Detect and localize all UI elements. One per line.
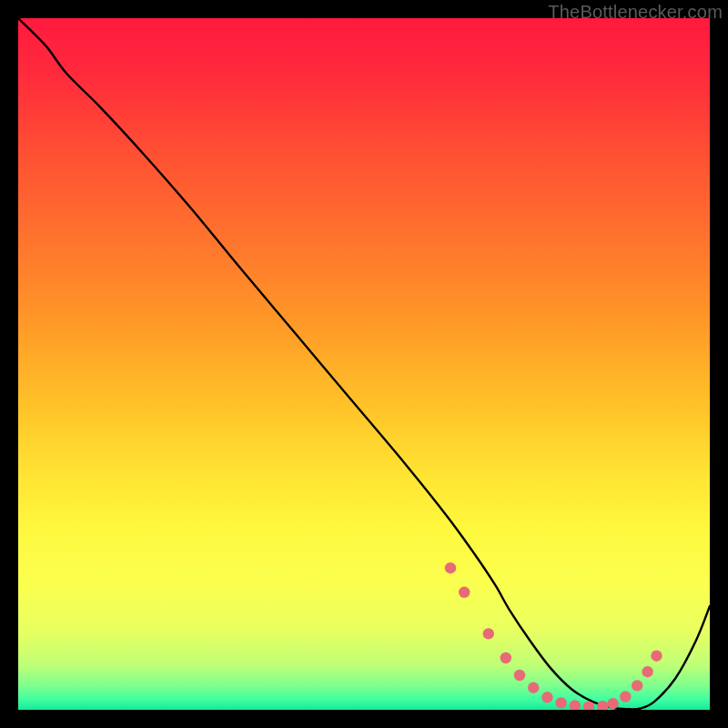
credit-label: TheBottlenecker.com [548,2,723,23]
chart-stage: TheBottlenecker.com [0,0,728,728]
heat-gradient [18,18,710,710]
plot-area [18,18,710,710]
svg-rect-0 [18,18,710,710]
